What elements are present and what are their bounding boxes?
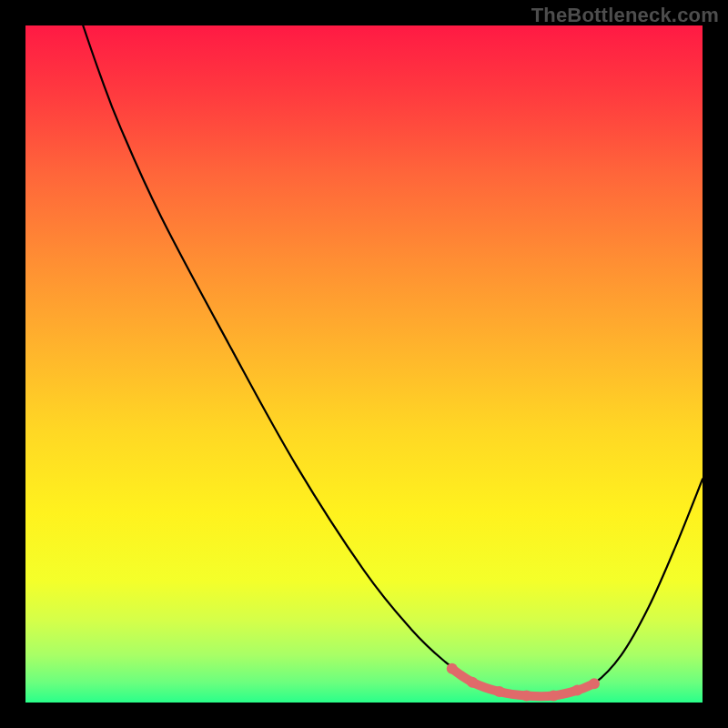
highlight-dot [447,663,458,674]
highlight-dot [571,685,582,696]
highlight-dot [589,678,600,689]
chart-frame: TheBottleneck.com [0,0,728,728]
highlight-dot [521,691,532,702]
highlight-dot [467,677,478,688]
highlight-dot [548,691,559,702]
bottleneck-chart [25,25,703,703]
highlight-dot [494,686,505,697]
gradient-background [25,25,703,703]
watermark-text: TheBottleneck.com [531,4,719,27]
plot-area [25,25,703,703]
